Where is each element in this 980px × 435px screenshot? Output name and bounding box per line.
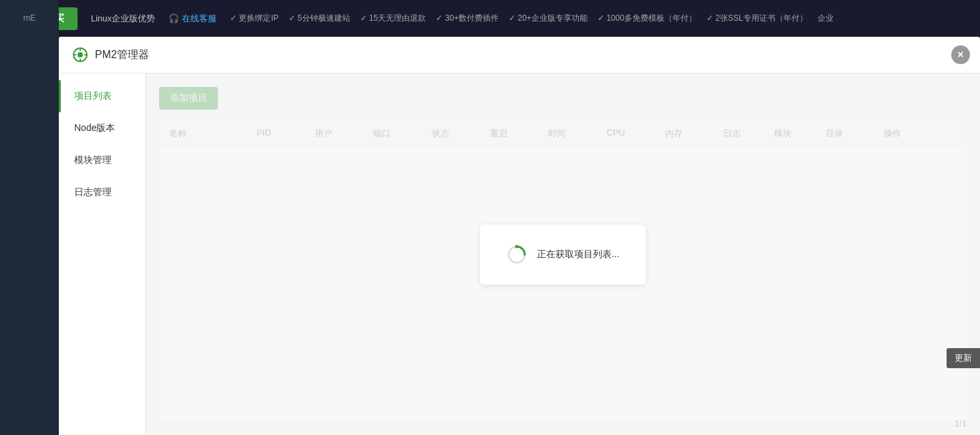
modal-title: PM2管理器 [95,48,149,62]
pm2-logo-icon [73,47,88,62]
feature-item: ✓ 1000多免费模板（年付） [598,13,697,24]
sidebar-item-log-management[interactable]: 日志管理 [59,176,145,208]
pm2-manager-modal: PM2管理器 × 项目列表 Node版本 模块管理 日志管理 添加项目 名称 P… [59,37,980,435]
left-sidebar-bg: rnE [0,0,59,435]
svg-point-7 [515,245,518,248]
sidebar-item-module-management[interactable]: 模块管理 [59,144,145,176]
sidebar-item-project-list[interactable]: 项目列表 [59,80,145,112]
pm2-logo [72,47,88,63]
features-list: ✓ 更换绑定IP ✓ 5分钟极速建站 ✓ 15天无理由退款 ✓ 30+数付费插件… [230,13,967,24]
linux-advantage-text: Linux企业版优势 [91,13,155,25]
loading-overlay: 正在获取项目列表... [146,74,980,435]
top-bar: 立即购买 Linux企业版优势 🎧 在线客服 ✓ 更换绑定IP ✓ 5分钟极速建… [0,0,980,37]
modal-sidebar: 项目列表 Node版本 模块管理 日志管理 [59,74,146,435]
content-area: 添加项目 名称 PID 用户 端口 状态 重启 时间 CPU 内存 日志 模块 … [146,74,980,435]
online-support-link[interactable]: 🎧 在线客服 [168,13,217,25]
modal-header: PM2管理器 × [59,37,980,74]
feature-item: ✓ 2张SSL专用证书（年付） [707,13,808,24]
svg-point-1 [78,52,83,57]
feature-item: ✓ 30+数付费插件 [436,13,499,24]
headset-icon: 🎧 [168,13,179,23]
modal-close-button[interactable]: × [951,45,970,64]
update-hint[interactable]: 更新 [947,348,980,368]
feature-item: 企业 [818,13,834,24]
loading-box: 正在获取项目列表... [480,225,646,285]
feature-item: ✓ 15天无理由退款 [360,13,426,24]
sidebar-item-node-version[interactable]: Node版本 [59,112,145,144]
feature-item: ✓ 5分钟极速建站 [289,13,350,24]
loading-spinner [507,245,527,265]
loading-text: 正在获取项目列表... [537,249,620,261]
bg-sidebar-item: rnE [0,0,59,36]
feature-item: ✓ 更换绑定IP [230,13,279,24]
modal-body: 项目列表 Node版本 模块管理 日志管理 添加项目 名称 PID 用户 端口 … [59,74,980,435]
feature-item: ✓ 20+企业版专享功能 [509,13,588,24]
